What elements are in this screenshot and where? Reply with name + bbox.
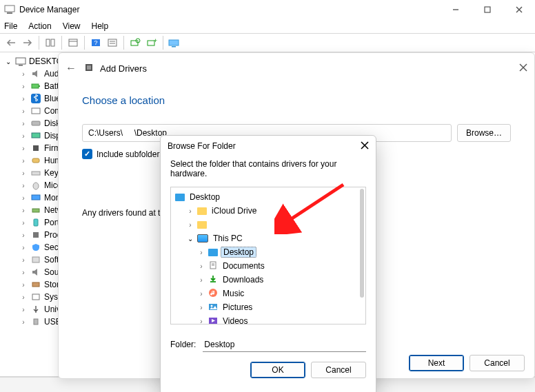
folder-name-input[interactable]	[203, 337, 366, 352]
folder-videos[interactable]: › Videos	[175, 314, 361, 324]
chevron-right-icon[interactable]: ›	[19, 70, 28, 78]
wizard-back-button[interactable]: ←	[65, 62, 77, 74]
folder-music[interactable]: › Music	[175, 287, 361, 300]
monitor-icon	[30, 192, 41, 203]
menu-view[interactable]: View	[63, 21, 81, 31]
chevron-right-icon[interactable]: ›	[19, 120, 28, 127]
chevron-right-icon[interactable]: ›	[197, 304, 205, 311]
toolbar-forward-button[interactable]	[19, 35, 36, 50]
chevron-right-icon[interactable]: ›	[19, 306, 28, 313]
window-title: Device Manager	[19, 5, 79, 14]
folder-tree-scrollbar[interactable]	[360, 189, 364, 298]
desktop-icon	[175, 194, 185, 201]
folder-icloud[interactable]: › iCloud Drive	[175, 204, 361, 218]
chevron-right-icon[interactable]: ›	[197, 290, 205, 298]
folder-desktop-root[interactable]: Desktop	[175, 190, 361, 204]
folder-tree[interactable]: Desktop › iCloud Drive › ⌄ This PC	[170, 187, 366, 324]
svg-rect-29	[33, 145, 39, 151]
window-maximize-button[interactable]	[472, 0, 503, 19]
chevron-right-icon[interactable]: ›	[19, 244, 28, 251]
chevron-right-icon[interactable]: ›	[19, 83, 28, 90]
shield-icon	[30, 242, 41, 253]
svg-rect-0	[5, 6, 14, 12]
chevron-right-icon[interactable]: ›	[186, 207, 194, 215]
bluetooth-icon	[30, 93, 41, 104]
chevron-right-icon[interactable]: ›	[19, 194, 28, 202]
folder-downloads[interactable]: › Downloads	[175, 273, 361, 287]
svg-rect-19	[169, 40, 179, 45]
folder-desktop[interactable]: › Desktop	[175, 245, 361, 259]
chevron-right-icon[interactable]: ›	[19, 169, 28, 177]
chevron-right-icon[interactable]: ›	[19, 318, 28, 326]
chevron-down-icon[interactable]: ⌄	[186, 235, 194, 243]
chip-icon	[30, 143, 41, 154]
menu-help[interactable]: Help	[92, 21, 109, 31]
browse-button[interactable]: Browse…	[457, 124, 511, 142]
svg-rect-40	[34, 319, 38, 324]
sound-icon	[30, 267, 41, 278]
music-icon	[208, 288, 218, 300]
folder-pictures[interactable]: › Pictures	[175, 300, 361, 314]
menu-file[interactable]: File	[4, 21, 17, 31]
toolbar-action-button[interactable]	[104, 35, 121, 50]
svg-rect-6	[46, 39, 50, 46]
wizard-close-button[interactable]	[519, 63, 527, 74]
software-icon	[30, 254, 41, 265]
toolbar-scan-button[interactable]	[127, 35, 143, 50]
dialog-ok-button[interactable]: OK	[250, 362, 305, 378]
chevron-right-icon[interactable]: ›	[19, 157, 28, 165]
wizard-next-button[interactable]: Next	[409, 355, 464, 371]
svg-rect-8	[69, 39, 77, 46]
dialog-title: Browse For Folder	[168, 141, 236, 151]
toolbar-devices-button[interactable]	[166, 35, 183, 50]
computer-icon	[15, 56, 26, 67]
svg-rect-42	[87, 65, 91, 70]
chevron-right-icon[interactable]: ›	[19, 281, 28, 289]
window-close-button[interactable]	[503, 0, 535, 19]
portable-icon	[30, 217, 41, 228]
svg-rect-36	[33, 232, 39, 238]
toolbar-back-button[interactable]	[3, 35, 19, 50]
chevron-right-icon[interactable]: ›	[186, 221, 194, 229]
chevron-down-icon[interactable]: ⌄	[4, 58, 12, 65]
chevron-right-icon[interactable]: ›	[19, 293, 28, 301]
chevron-right-icon[interactable]: ›	[197, 249, 205, 256]
chevron-right-icon[interactable]: ›	[19, 256, 28, 264]
include-subfolders-checkbox[interactable]: ✓	[82, 149, 92, 159]
chevron-right-icon[interactable]: ›	[197, 262, 205, 270]
pc-icon	[30, 105, 41, 116]
chevron-right-icon[interactable]: ›	[19, 219, 28, 227]
chevron-right-icon[interactable]: ›	[19, 145, 28, 152]
svg-rect-35	[34, 219, 38, 226]
svg-rect-27	[32, 121, 40, 125]
chevron-right-icon[interactable]: ›	[19, 132, 28, 140]
toolbar-add-driver-button[interactable]: +	[143, 35, 160, 50]
chevron-right-icon[interactable]: ›	[19, 95, 28, 103]
toolbar-show-hide-tree-button[interactable]	[42, 35, 59, 50]
videos-icon	[208, 316, 218, 325]
toolbar-properties-button[interactable]	[65, 35, 81, 50]
desktop-icon	[208, 249, 218, 256]
folder-unnamed[interactable]: ›	[175, 218, 361, 231]
svg-rect-3	[485, 7, 490, 12]
this-pc-icon	[197, 234, 208, 243]
chevron-right-icon[interactable]: ›	[19, 269, 28, 276]
chevron-right-icon[interactable]: ›	[19, 231, 28, 239]
chevron-right-icon[interactable]: ›	[197, 276, 205, 284]
svg-text:+: +	[154, 38, 157, 44]
chevron-right-icon[interactable]: ›	[19, 182, 28, 189]
window-minimize-button[interactable]	[440, 0, 472, 19]
chevron-right-icon[interactable]: ›	[19, 207, 28, 214]
menu-action[interactable]: Action	[28, 21, 51, 31]
chevron-right-icon[interactable]: ›	[19, 107, 28, 115]
dialog-cancel-button[interactable]: Cancel	[311, 362, 366, 378]
chevron-right-icon[interactable]: ›	[197, 318, 205, 325]
wizard-cancel-button[interactable]: Cancel	[470, 355, 525, 371]
toolbar-help-button[interactable]: ?	[88, 35, 104, 50]
system-icon	[30, 291, 41, 302]
folder-documents[interactable]: › Documents	[175, 259, 361, 273]
folder-icon	[197, 221, 207, 229]
keyboard-icon	[30, 167, 41, 178]
folder-this-pc[interactable]: ⌄ This PC	[175, 231, 361, 245]
dialog-close-button[interactable]	[361, 141, 369, 152]
